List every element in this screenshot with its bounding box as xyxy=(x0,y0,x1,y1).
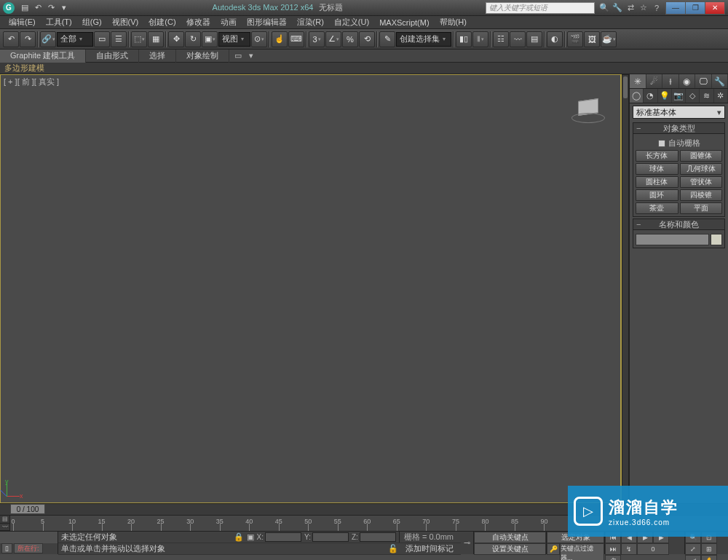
render-icon[interactable]: ☕ xyxy=(601,31,617,47)
track-curve-icon[interactable]: 〰 xyxy=(0,524,9,532)
prim-cylinder[interactable]: 圆柱体 xyxy=(636,176,678,188)
angle-snap-icon[interactable]: ∠ xyxy=(325,31,341,47)
prim-cone[interactable]: 圆锥体 xyxy=(680,150,723,162)
select-name-icon[interactable]: ☰ xyxy=(111,31,127,47)
curve-editor-icon[interactable]: 〰 xyxy=(510,31,526,47)
lock-icon[interactable]: 🔒 xyxy=(234,532,244,542)
qat-dropdown-icon[interactable]: ▾ xyxy=(58,2,70,14)
schematic-view-icon[interactable]: ▤ xyxy=(526,31,542,47)
menu-views[interactable]: 视图(V) xyxy=(108,17,143,28)
zoom-extents-icon[interactable]: ⤢ xyxy=(685,543,701,555)
scale-icon[interactable]: ▣ xyxy=(202,31,218,47)
spinner-snap-icon[interactable]: ⟲ xyxy=(359,31,375,47)
pan-icon[interactable]: ✋ xyxy=(701,555,717,560)
menu-maxscript[interactable]: MAXScript(M) xyxy=(375,18,433,27)
align-icon[interactable]: ⫴ xyxy=(472,31,488,47)
track-mini-icon[interactable]: ▤ xyxy=(0,516,9,524)
prim-torus[interactable]: 圆环 xyxy=(636,189,678,201)
menu-tools[interactable]: 工具(T) xyxy=(41,17,76,28)
ribbon-dropdown-icon[interactable]: ▾ xyxy=(245,51,257,61)
rollout-objtype[interactable]: 对象类型 xyxy=(633,122,725,134)
select-region-icon[interactable]: ⬚ xyxy=(131,31,147,47)
setkey-button[interactable]: 设置关键点 xyxy=(474,543,546,555)
category-dropdown[interactable]: 标准基本体 xyxy=(633,106,725,119)
prim-plane[interactable]: 平面 xyxy=(680,202,723,214)
search-go-icon[interactable]: 🔍 xyxy=(599,3,609,13)
hierarchy-tab-icon[interactable]: ⫲ xyxy=(662,74,679,88)
motion-tab-icon[interactable]: ◉ xyxy=(679,74,696,88)
object-color-swatch[interactable] xyxy=(711,234,722,245)
minimize-button[interactable]: — xyxy=(665,1,686,15)
current-frame-input[interactable]: 0 xyxy=(637,543,669,555)
menu-rendering[interactable]: 渲染(R) xyxy=(293,17,328,28)
layer-manager-icon[interactable]: ☷ xyxy=(493,31,509,47)
isolate-icon[interactable]: ▣ xyxy=(247,532,254,542)
app-icon[interactable]: G xyxy=(3,2,15,14)
selection-filter-dropdown[interactable]: 全部 xyxy=(57,32,93,47)
mirror-icon[interactable]: ▮▯ xyxy=(456,31,472,47)
systems-subtab-icon[interactable]: ✲ xyxy=(714,89,728,103)
close-button[interactable]: ✕ xyxy=(705,1,725,15)
setkey-key-icon[interactable]: 🔑 xyxy=(547,543,560,555)
named-sel-dropdown[interactable]: 创建选择集 xyxy=(396,32,451,47)
spacewarps-subtab-icon[interactable]: ≋ xyxy=(700,89,713,103)
redo-icon[interactable]: ↷ xyxy=(20,31,36,47)
menu-animation[interactable]: 动画 xyxy=(216,17,241,28)
tab-graphite[interactable]: Graphite 建模工具 xyxy=(0,50,86,63)
edit-named-sel-icon[interactable]: ✎ xyxy=(379,31,395,47)
prim-sphere[interactable]: 球体 xyxy=(636,163,678,175)
maximize-button[interactable]: ❐ xyxy=(685,1,705,15)
add-time-tag[interactable]: 添加时间标记 xyxy=(401,543,458,554)
rendered-frame-icon[interactable]: 🖼 xyxy=(584,31,600,47)
object-name-input[interactable] xyxy=(636,234,709,245)
time-slider[interactable]: 0 / 100 xyxy=(10,504,45,514)
shapes-subtab-icon[interactable]: ◔ xyxy=(644,89,657,103)
link-icon[interactable]: 🔗 xyxy=(40,31,56,47)
time-config-icon[interactable]: ⏱ xyxy=(605,555,621,560)
coord-x-input[interactable] xyxy=(265,532,301,542)
tab-freeform[interactable]: 自由形式 xyxy=(86,50,139,63)
prim-box[interactable]: 长方体 xyxy=(636,150,678,162)
undo-icon[interactable]: ↶ xyxy=(3,31,19,47)
keyfilter-button[interactable]: 关键点过滤器... xyxy=(560,543,604,560)
viewport-scrollbar[interactable] xyxy=(622,74,629,503)
render-setup-icon[interactable]: 🎬 xyxy=(567,31,583,47)
viewcube[interactable] xyxy=(574,97,603,126)
star-icon[interactable]: ☆ xyxy=(638,3,649,13)
cameras-subtab-icon[interactable]: 📷 xyxy=(672,89,686,103)
viewport[interactable]: [ + ][ 前 ][ 真实 ] xy xyxy=(0,74,622,503)
lock-selection-icon[interactable]: 🔓 xyxy=(388,544,398,553)
menu-help[interactable]: 帮助(H) xyxy=(435,17,471,28)
helpers-subtab-icon[interactable]: ◇ xyxy=(686,89,700,103)
viewport-label[interactable]: [ + ][ 前 ][ 真实 ] xyxy=(4,76,59,87)
move-icon[interactable]: ✥ xyxy=(168,31,184,47)
rollout-namecolor[interactable]: 名称和颜色 xyxy=(633,218,725,230)
key-icon[interactable]: 🔧 xyxy=(612,3,622,13)
display-tab-icon[interactable]: 🖵 xyxy=(695,74,712,88)
goto-end-icon[interactable]: ⏭ xyxy=(605,543,621,555)
coord-y-input[interactable] xyxy=(312,532,349,542)
ref-coord-dropdown[interactable]: 视图 xyxy=(218,32,250,47)
ribbon-panel-label[interactable]: 多边形建模 xyxy=(0,63,728,74)
menu-customize[interactable]: 自定义(U) xyxy=(330,17,373,28)
menu-group[interactable]: 组(G) xyxy=(78,17,106,28)
prim-geosphere[interactable]: 几何球体 xyxy=(680,163,723,175)
zoom-extents-all-icon[interactable]: ⊞ xyxy=(701,543,717,555)
rotate-icon[interactable]: ↻ xyxy=(185,31,201,47)
autokey-button[interactable]: 自动关键点 xyxy=(474,532,546,543)
modify-tab-icon[interactable]: ☄ xyxy=(646,74,663,88)
exchange-icon[interactable]: ⇄ xyxy=(625,3,636,13)
menu-grapheditors[interactable]: 图形编辑器 xyxy=(242,17,291,28)
menu-create[interactable]: 创建(C) xyxy=(144,17,180,28)
keyboard-shortcut-icon[interactable]: ⌨ xyxy=(288,31,304,47)
help-icon[interactable]: ? xyxy=(652,3,662,13)
menu-edit[interactable]: 编辑(E) xyxy=(4,17,40,28)
ribbon-expand-icon[interactable]: ▭ xyxy=(232,51,244,61)
percent-snap-icon[interactable]: % xyxy=(342,31,358,47)
prim-teapot[interactable]: 茶壶 xyxy=(636,202,678,214)
create-tab-icon[interactable]: ✳ xyxy=(630,74,646,88)
autogrid-checkbox[interactable]: 自动栅格 xyxy=(636,136,722,150)
script-toggle-icon[interactable]: ▯ xyxy=(1,543,12,553)
utilities-tab-icon[interactable]: 🔧 xyxy=(712,74,729,88)
qat-open-icon[interactable]: ▤ xyxy=(19,2,31,14)
